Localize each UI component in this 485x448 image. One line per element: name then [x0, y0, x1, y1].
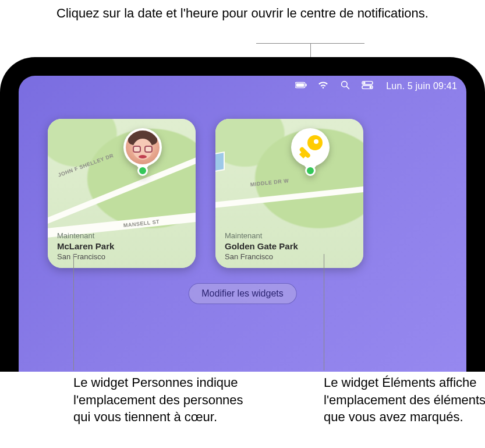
find-my-items-widget[interactable]: MIDDLE DR W Ma	[215, 119, 363, 268]
road-label: JOHN F SHELLEY DR	[57, 153, 114, 178]
widget-time-label: Maintenant	[225, 231, 354, 240]
widget-place-label: McLaren Park	[57, 241, 186, 251]
road-label: MIDDLE DR W	[250, 178, 289, 188]
svg-rect-1	[296, 83, 305, 87]
item-pin[interactable]	[291, 128, 330, 175]
spotlight-search-icon[interactable]	[339, 80, 351, 92]
widget-city-label: San Francisco	[57, 252, 186, 261]
callout-people-text: Le widget Personnes indique l'emplacemen…	[73, 374, 254, 426]
road-label: MANSELL ST	[123, 219, 160, 228]
widgets-container: JOHN F SHELLEY DR MANSELL ST	[48, 119, 363, 268]
menubar: Lun. 5 juin 09:41	[295, 80, 457, 92]
control-center-icon[interactable]	[362, 80, 373, 92]
widget-footer: Maintenant Golden Gate Park San Francisc…	[225, 231, 354, 261]
callout-top-text: Cliquez sur la date et l'heure pour ouvr…	[0, 5, 485, 22]
desktop-screen: Lun. 5 juin 09:41 JOHN F SHELLEY DR MANS…	[19, 76, 466, 372]
callout-items-leader	[324, 254, 324, 371]
svg-point-3	[342, 82, 348, 87]
svg-point-8	[370, 86, 372, 89]
svg-rect-2	[306, 84, 307, 87]
find-my-people-widget[interactable]: JOHN F SHELLEY DR MANSELL ST	[48, 119, 196, 268]
menubar-datetime[interactable]: Lun. 5 juin 09:41	[386, 81, 457, 91]
memoji-avatar-icon	[126, 130, 160, 164]
edit-widgets-button[interactable]: Modifier les widgets	[188, 283, 297, 304]
svg-point-6	[363, 82, 366, 84]
location-dot-icon	[137, 165, 148, 176]
location-dot-icon	[305, 165, 316, 176]
widget-footer: Maintenant McLaren Park San Francisco	[57, 231, 186, 261]
battery-icon[interactable]	[295, 80, 307, 92]
key-icon	[293, 130, 327, 164]
svg-line-4	[347, 86, 349, 89]
person-pin[interactable]	[123, 128, 162, 175]
callout-people-leader	[73, 254, 74, 371]
widget-place-label: Golden Gate Park	[225, 241, 354, 251]
widget-time-label: Maintenant	[57, 231, 186, 240]
widget-city-label: San Francisco	[225, 252, 354, 261]
callout-items-text: Le widget Éléments affiche l'emplacement…	[324, 374, 485, 426]
callout-top-leader	[256, 43, 364, 58]
device-frame: Lun. 5 juin 09:41 JOHN F SHELLEY DR MANS…	[0, 57, 485, 372]
wifi-icon[interactable]	[317, 80, 329, 92]
